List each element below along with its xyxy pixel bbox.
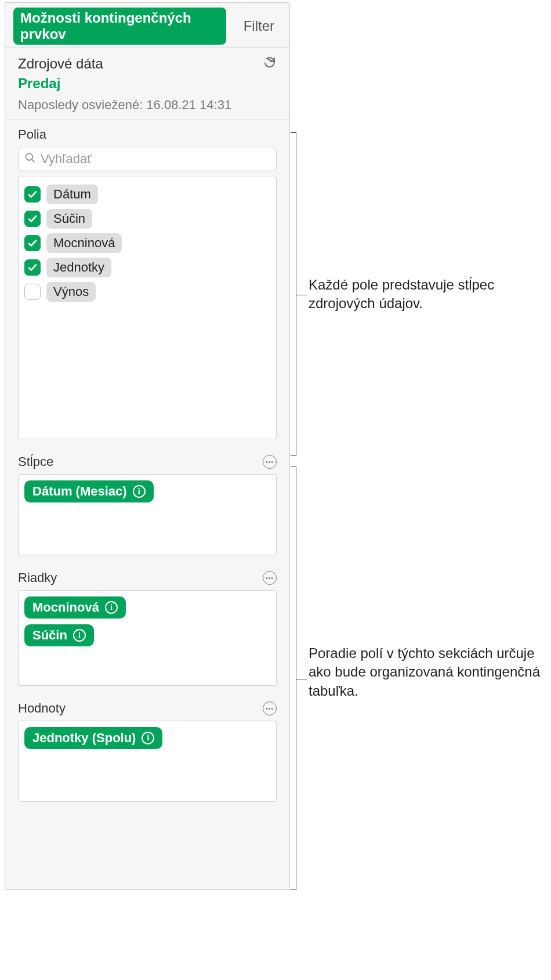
panel-tabs: Možnosti kontingenčných prvkov Filter [5, 3, 289, 48]
column-pill[interactable]: Dátum (Mesiac)i [24, 480, 154, 502]
svg-line-1 [32, 160, 35, 162]
callout-bracket-zones [291, 467, 296, 890]
rows-dropzone[interactable]: MocninováiSúčini [18, 590, 277, 686]
callout-text-zones: Poradie polí v týchto sekciách určuje ak… [309, 644, 551, 700]
info-icon[interactable]: i [142, 732, 154, 744]
field-row[interactable]: Jednotky [24, 255, 270, 280]
field-pill[interactable]: Jednotky [46, 258, 111, 277]
info-icon[interactable]: i [105, 601, 118, 614]
field-pill[interactable]: Dátum [46, 185, 98, 204]
fields-section: Polia DátumSúčinMocninováJednotkyVýnos [5, 120, 289, 439]
fields-search[interactable] [18, 147, 277, 171]
field-pill[interactable]: Výnos [46, 282, 96, 302]
value-pill[interactable]: Jednotky (Spolu)i [24, 727, 162, 749]
callout-line-zones [296, 679, 307, 679]
field-checkbox[interactable] [24, 211, 41, 227]
column-pill-label: Dátum (Mesiac) [32, 484, 127, 499]
columns-label: Stĺpce [18, 454, 53, 469]
tab-pivot-options[interactable]: Možnosti kontingenčných prvkov [13, 8, 226, 45]
info-icon[interactable]: i [133, 485, 146, 498]
refresh-icon[interactable] [263, 56, 277, 72]
columns-section: Stĺpce Dátum (Mesiac)i [5, 447, 289, 555]
values-label: Hodnoty [18, 701, 66, 716]
source-table-name[interactable]: Predaj [18, 75, 277, 92]
columns-more-icon[interactable] [263, 455, 277, 469]
row-pill[interactable]: Súčini [24, 624, 94, 646]
info-icon[interactable]: i [73, 629, 86, 642]
rows-section: Riadky MocninováiSúčini [5, 563, 289, 686]
row-pill-label: Súčin [32, 628, 67, 643]
field-checkbox[interactable] [24, 235, 41, 251]
field-pill[interactable]: Súčin [46, 209, 92, 229]
source-data-section: Zdrojové dáta Predaj Naposledy osviežené… [5, 48, 289, 120]
field-row[interactable]: Dátum [24, 182, 270, 207]
values-dropzone[interactable]: Jednotky (Spolu)i [18, 721, 277, 802]
values-more-icon[interactable] [263, 701, 277, 715]
fields-label-text: Polia [18, 127, 46, 142]
row-pill-label: Mocninová [32, 600, 99, 615]
pivot-options-panel: Možnosti kontingenčných prvkov Filter Zd… [5, 2, 290, 890]
fields-label: Polia [18, 127, 277, 142]
columns-dropzone[interactable]: Dátum (Mesiac)i [18, 474, 277, 555]
field-checkbox[interactable] [24, 186, 41, 202]
value-pill-label: Jednotky (Spolu) [32, 731, 136, 746]
field-checkbox[interactable] [24, 284, 41, 300]
callout-line-fields [296, 295, 307, 295]
row-pill[interactable]: Mocninovái [24, 596, 126, 619]
last-refreshed-text: Naposledy osviežené: 16.08.21 14:31 [18, 97, 277, 113]
field-row[interactable]: Výnos [24, 280, 270, 304]
callout-bracket-fields [291, 132, 296, 456]
field-pill[interactable]: Mocninová [46, 233, 122, 253]
tab-filter[interactable]: Filter [237, 16, 281, 37]
callout-text-fields: Každé pole predstavuje stĺpec zdrojových… [309, 276, 551, 313]
field-row[interactable]: Mocninová [24, 231, 270, 255]
field-checkbox[interactable] [24, 259, 41, 276]
search-icon [24, 152, 36, 166]
rows-more-icon[interactable] [263, 571, 277, 585]
rows-label: Riadky [18, 570, 57, 585]
svg-point-0 [26, 154, 33, 161]
source-data-title: Zdrojové dáta [18, 56, 103, 72]
field-row[interactable]: Súčin [24, 207, 270, 231]
values-section: Hodnoty Jednotky (Spolu)i [5, 694, 289, 802]
fields-search-input[interactable] [41, 151, 270, 167]
fields-list: DátumSúčinMocninováJednotkyVýnos [18, 176, 277, 439]
